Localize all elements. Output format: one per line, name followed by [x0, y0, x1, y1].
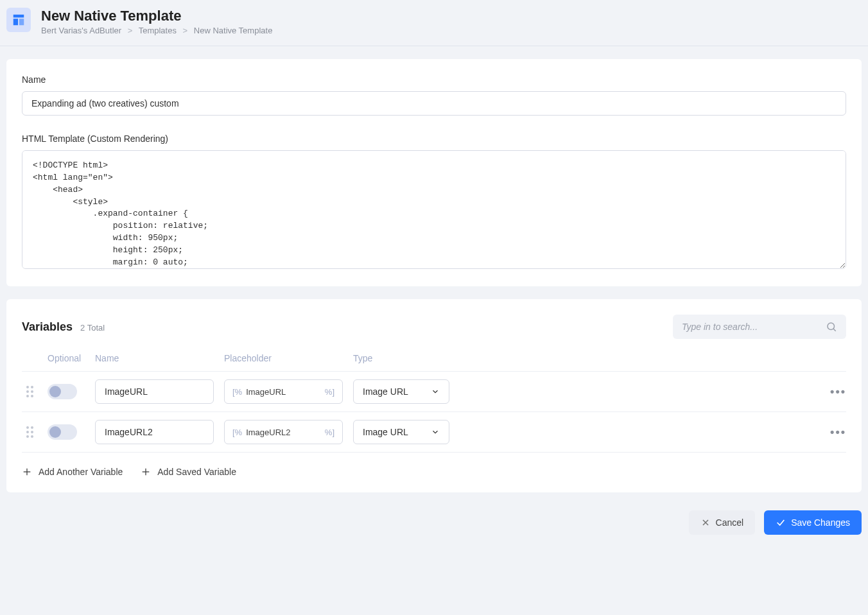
col-header-optional: Optional	[48, 353, 85, 363]
variable-name-input[interactable]	[95, 379, 214, 404]
svg-rect-2	[19, 19, 24, 25]
col-header-type: Type	[353, 353, 449, 363]
search-input[interactable]	[682, 322, 826, 332]
svg-line-4	[833, 329, 836, 331]
variable-placeholder-display: [% ImageURL %]	[224, 379, 343, 404]
breadcrumb-item[interactable]: Bert Varias's AdButler	[41, 26, 121, 35]
page-title: New Native Template	[41, 8, 862, 24]
breadcrumb: Bert Varias's AdButler > Templates > New…	[41, 26, 862, 35]
drag-handle-icon[interactable]	[22, 424, 37, 440]
plus-icon	[141, 467, 151, 477]
close-icon	[700, 517, 711, 528]
template-form-card: Name HTML Template (Custom Rendering)	[6, 59, 862, 286]
check-icon	[776, 517, 786, 528]
plus-icon	[22, 467, 32, 477]
variable-type-select[interactable]: Image URL	[353, 420, 449, 444]
add-saved-variable-button[interactable]: Add Saved Variable	[141, 467, 236, 477]
template-icon	[6, 8, 31, 32]
optional-toggle[interactable]	[48, 384, 77, 399]
variables-table-header: Optional Name Placeholder Type	[22, 353, 846, 371]
search-wrap	[673, 315, 846, 339]
breadcrumb-sep: >	[128, 26, 133, 35]
svg-rect-0	[13, 15, 24, 18]
row-more-button[interactable]: •••	[460, 385, 846, 399]
variable-row: [% ImageURL %] Image URL •••	[22, 371, 846, 411]
html-template-textarea[interactable]	[22, 150, 846, 269]
page-header: New Native Template Bert Varias's AdButl…	[0, 0, 868, 46]
variable-type-select[interactable]: Image URL	[353, 379, 449, 404]
variable-name-input[interactable]	[95, 420, 214, 444]
breadcrumb-item[interactable]: Templates	[139, 26, 177, 35]
search-icon	[826, 321, 837, 333]
variable-row: [% ImageURL2 %] Image URL •••	[22, 411, 846, 452]
breadcrumb-item: New Native Template	[194, 26, 273, 35]
variable-placeholder-display: [% ImageURL2 %]	[224, 420, 343, 444]
col-header-placeholder: Placeholder	[224, 353, 343, 363]
row-more-button[interactable]: •••	[460, 426, 846, 439]
variables-card: Variables 2 Total Optional Name Placehol…	[6, 299, 862, 492]
drag-handle-icon[interactable]	[22, 384, 37, 399]
variables-title: Variables	[22, 320, 73, 334]
name-input[interactable]	[22, 91, 846, 116]
cancel-button[interactable]: Cancel	[689, 510, 756, 535]
breadcrumb-sep: >	[183, 26, 188, 35]
chevron-down-icon	[431, 428, 440, 437]
col-header-name: Name	[95, 353, 214, 363]
variables-count: 2 Total	[80, 323, 105, 333]
add-another-variable-button[interactable]: Add Another Variable	[22, 467, 123, 477]
svg-rect-1	[13, 19, 18, 25]
svg-point-3	[828, 323, 835, 330]
save-button[interactable]: Save Changes	[764, 510, 862, 535]
footer-actions: Cancel Save Changes	[0, 505, 868, 548]
optional-toggle[interactable]	[48, 424, 77, 440]
chevron-down-icon	[431, 387, 440, 396]
name-label: Name	[22, 74, 846, 85]
html-template-label: HTML Template (Custom Rendering)	[22, 134, 846, 144]
